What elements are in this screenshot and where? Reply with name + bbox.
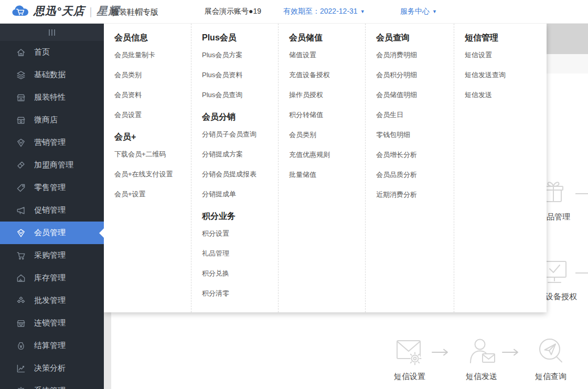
menu-item[interactable]: 会员类别 [289, 131, 361, 138]
sidebar-item-franchise[interactable]: 加盟商管理 [0, 154, 104, 176]
menu-item[interactable]: 分销提成单 [202, 191, 274, 197]
menu-item[interactable]: Plus会员资料 [202, 71, 274, 78]
sidebar-item-label: 决策分析 [34, 363, 66, 373]
validity-dropdown[interactable]: 有效期至：2022-12-31▼ [283, 7, 365, 16]
sidebar-item-retail[interactable]: 零售管理 [0, 176, 104, 199]
sms-query-icon [531, 337, 571, 369]
menu-item[interactable]: 近期消费分析 [376, 191, 450, 198]
menu-item[interactable]: 零钱包明细 [376, 131, 450, 138]
menu-item[interactable]: 分销提成方案 [202, 151, 274, 157]
sidebar-item-apparel[interactable]: 服装特性 [0, 86, 104, 109]
sidebar-nav: 首页基础数据服装特性微商店营销管理加盟商管理零售管理促销管理会员管理采购管理库存… [0, 41, 104, 389]
menu-section-title: Plus会员 [202, 32, 274, 44]
home-icon [16, 47, 26, 58]
menu-item[interactable]: 会员生日 [376, 111, 450, 118]
service-center-label: 服务中心 [400, 7, 430, 15]
menu-item[interactable]: 充值设备授权 [289, 71, 361, 78]
menu-item[interactable]: 会员+设置 [114, 191, 187, 197]
menu-item[interactable]: 分销员子会员查询 [202, 131, 274, 138]
menu-item[interactable]: 分销会员提成报表 [202, 171, 274, 177]
menu-item[interactable]: 会员消费明细 [376, 51, 450, 58]
menu-item[interactable]: 会员品质分析 [376, 171, 450, 178]
menu-section-title: 短信管理 [465, 32, 542, 44]
sms-send-icon [462, 337, 501, 369]
sidebar-item-system[interactable]: 系统管理 [0, 380, 104, 389]
sms-flow-label: 短信设置 [390, 372, 430, 382]
sms-flow-item-3[interactable]: 短信查询 [531, 337, 571, 382]
member-icon [16, 228, 26, 238]
megaphone-icon [16, 205, 26, 216]
menu-item[interactable]: 会员积分明细 [376, 71, 450, 78]
menu-item[interactable]: 会员类别 [114, 71, 187, 78]
sidebar-item-label: 加盟商管理 [34, 160, 73, 170]
menu-item[interactable]: 批量储值 [289, 171, 361, 178]
layers-icon [16, 70, 26, 80]
menu-item[interactable]: 会员储值明细 [376, 91, 450, 98]
menu-item[interactable]: 操作员授权 [289, 91, 361, 98]
sidebar-item-label: 微商店 [34, 115, 58, 125]
gear-icon [16, 386, 26, 389]
validity-label: 有效期至： [283, 7, 320, 15]
sidebar-item-label: 首页 [34, 47, 50, 57]
menu-column-1: 会员信息会员批量制卡会员类别会员资料会员设置会员+下载会员+二维码会员+在线支付… [104, 24, 191, 312]
sidebar-item-settlement[interactable]: 结算管理 [0, 334, 104, 357]
menu-item[interactable]: 短信发送 [465, 91, 542, 98]
menu-item[interactable]: 储值设置 [289, 51, 361, 58]
menu-item[interactable]: 短信发送查询 [465, 71, 542, 78]
storefront-icon [16, 92, 26, 103]
menu-section-title: 积分业务 [202, 211, 274, 222]
menu-item[interactable]: 下载会员+二维码 [114, 151, 187, 157]
sidebar-collapse-handle[interactable] [0, 24, 104, 41]
service-center-dropdown[interactable]: 服务中心▼ [400, 7, 437, 16]
sms-flow-item-2[interactable]: 短信发送 [462, 337, 501, 382]
menu-item[interactable]: 积分清零 [202, 290, 274, 297]
menu-section-title: 会员分销 [202, 111, 274, 123]
menu-item[interactable]: 会员增长分析 [376, 151, 450, 158]
menu-item[interactable]: 会员+在线支付设置 [114, 171, 187, 177]
menu-section-title: 会员查询 [376, 32, 450, 44]
brand-logo-icon [12, 3, 29, 19]
sidebar-item-chain[interactable]: 连锁管理 [0, 312, 104, 334]
menu-item[interactable]: 积分转储值 [289, 111, 361, 118]
sidebar-item-analysis[interactable]: 决策分析 [0, 357, 104, 380]
sidebar-item-weshop[interactable]: 微商店 [0, 109, 104, 131]
sidebar-item-marketing[interactable]: 营销管理 [0, 131, 104, 154]
topbar: 思迅°天店｜星耀 服装鞋帽专版 展会演示账号●19 有效期至：2022-12-3… [0, 0, 588, 24]
menu-section-title: 会员+ [114, 131, 187, 143]
member-menu-panel: 会员信息会员批量制卡会员类别会员资料会员设置会员+下载会员+二维码会员+在线支付… [104, 24, 547, 312]
caret-down-icon: ▼ [432, 9, 437, 14]
sidebar-item-label: 系统管理 [34, 386, 66, 389]
menu-item[interactable]: 积分兑换 [202, 270, 274, 277]
menu-item[interactable]: Plus会员查询 [202, 91, 274, 98]
cubes-icon [16, 296, 26, 306]
account-label: 展会演示账号●19 [205, 7, 261, 16]
sidebar-item-home[interactable]: 首页 [0, 41, 104, 64]
tag-icon [16, 183, 26, 193]
sidebar-item-label: 批发管理 [34, 296, 66, 306]
menu-item[interactable]: 会员资料 [114, 91, 187, 98]
menu-item[interactable]: 充值优惠规则 [289, 151, 361, 158]
sidebar-item-label: 会员管理 [34, 228, 66, 238]
menu-item[interactable]: 礼品管理 [202, 250, 274, 257]
menu-column-4: 会员查询会员消费明细会员积分明细会员储值明细会员生日零钱包明细会员增长分析会员品… [366, 24, 454, 312]
sidebar-item-member[interactable]: 会员管理 [0, 222, 104, 244]
menu-item[interactable]: Plus会员方案 [202, 51, 274, 58]
menu-column-5: 短信管理短信设置短信发送查询短信发送 [454, 24, 547, 312]
sms-flow-item-1[interactable]: 短信设置 [390, 337, 430, 382]
menu-item[interactable]: 会员设置 [114, 111, 187, 118]
menu-item[interactable]: 积分设置 [202, 230, 274, 237]
analysis-icon [16, 363, 26, 374]
menu-item[interactable]: 短信设置 [465, 51, 542, 58]
sidebar-item-promotion[interactable]: 促销管理 [0, 199, 104, 222]
sidebar: 首页基础数据服装特性微商店营销管理加盟商管理零售管理促销管理会员管理采购管理库存… [0, 24, 104, 389]
sidebar-item-label: 基础数据 [34, 70, 66, 80]
chainstore-icon [16, 318, 26, 329]
menu-item[interactable]: 会员批量制卡 [114, 51, 187, 58]
brand: 思迅°天店｜星耀 [12, 3, 120, 19]
marketing-icon [16, 138, 26, 148]
sidebar-item-purchase[interactable]: 采购管理 [0, 244, 104, 267]
sidebar-item-inventory[interactable]: 库存管理 [0, 267, 104, 289]
menu-column-3: 会员储值储值设置充值设备授权操作员授权积分转储值会员类别充值优惠规则批量储值 [279, 24, 366, 312]
sidebar-item-wholesale[interactable]: 批发管理 [0, 289, 104, 312]
sidebar-item-basic-data[interactable]: 基础数据 [0, 64, 104, 86]
